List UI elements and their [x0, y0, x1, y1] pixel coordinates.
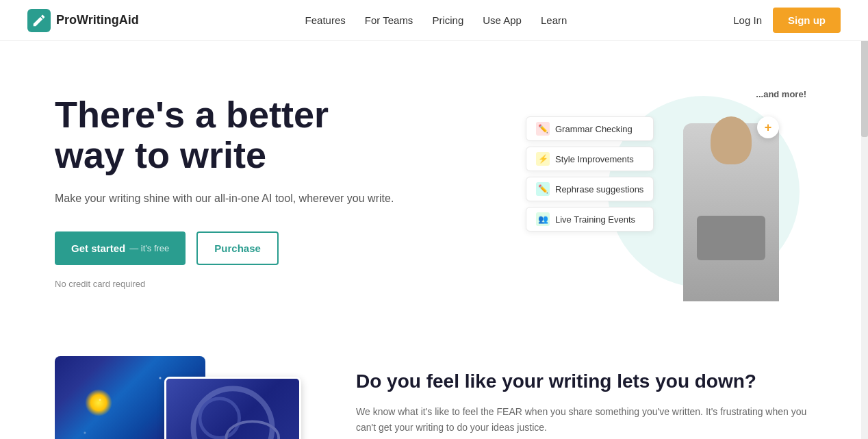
no-credit-card-text: No credit card required [55, 279, 394, 289]
logo-icon [27, 9, 51, 32]
hero-illustration: ✏️ Grammar Checking ⚡ Style Improvements… [526, 82, 813, 301]
purchase-button[interactable]: Purchase [196, 231, 279, 265]
get-started-button[interactable]: Get started — it's free [55, 231, 186, 265]
nav-pricing[interactable]: Pricing [432, 14, 463, 26]
nav-features[interactable]: Features [305, 14, 346, 26]
art-container: My idea in my head [55, 356, 315, 439]
hero-subtitle: Make your writing shine with our all-in-… [55, 190, 394, 208]
section2-content: Do you feel like your writing lets you d… [356, 356, 813, 436]
logo-link[interactable]: ProWritingAid [27, 9, 139, 32]
grammar-icon: ✏️ [536, 122, 550, 136]
hero-section: There's a better way to write Make your … [0, 41, 868, 329]
feature-card-rephrase: ✏️ Rephrase suggestions [526, 177, 654, 201]
hero-left: There's a better way to write Make your … [55, 95, 394, 289]
style-icon: ⚡ [536, 152, 550, 166]
section2: My idea in my head Do you feel like your… [0, 329, 868, 439]
nav-use-app[interactable]: Use App [483, 14, 522, 26]
training-icon: 👥 [536, 212, 550, 226]
scrollbar[interactable] [861, 0, 868, 439]
person-area [669, 110, 793, 301]
person-head [711, 116, 752, 164]
login-button[interactable]: Log In [733, 14, 762, 26]
laptop [697, 216, 765, 260]
navbar: ProWritingAid Features For Teams Pricing… [0, 0, 868, 41]
feature-cards: ✏️ Grammar Checking ⚡ Style Improvements… [526, 116, 654, 231]
navbar-actions: Log In Sign up [733, 8, 841, 33]
signup-button[interactable]: Sign up [773, 8, 841, 33]
section2-image: My idea in my head [55, 356, 315, 439]
brand-name: ProWritingAid [56, 13, 139, 27]
feature-card-grammar: ✏️ Grammar Checking [526, 116, 654, 141]
section2-text: We know what it's like to feel the FEAR … [356, 404, 813, 437]
art-overlay [164, 377, 301, 439]
plus-badge: + [757, 116, 779, 138]
nav-for-teams[interactable]: For Teams [365, 14, 413, 26]
hero-title: There's a better way to write [55, 95, 394, 176]
rephrase-icon: ✏️ [536, 182, 550, 196]
hero-buttons: Get started — it's free Purchase [55, 231, 394, 265]
feature-card-training: 👥 Live Training Events [526, 207, 654, 231]
section2-title: Do you feel like your writing lets you d… [356, 370, 813, 393]
feature-card-style: ⚡ Style Improvements [526, 147, 654, 171]
nav-links: Features For Teams Pricing Use App Learn [305, 14, 567, 27]
nav-learn[interactable]: Learn [541, 14, 567, 26]
art-overlay-inner [166, 379, 299, 439]
and-more-label: ...and more! [756, 89, 806, 99]
svg-point-1 [200, 399, 240, 438]
